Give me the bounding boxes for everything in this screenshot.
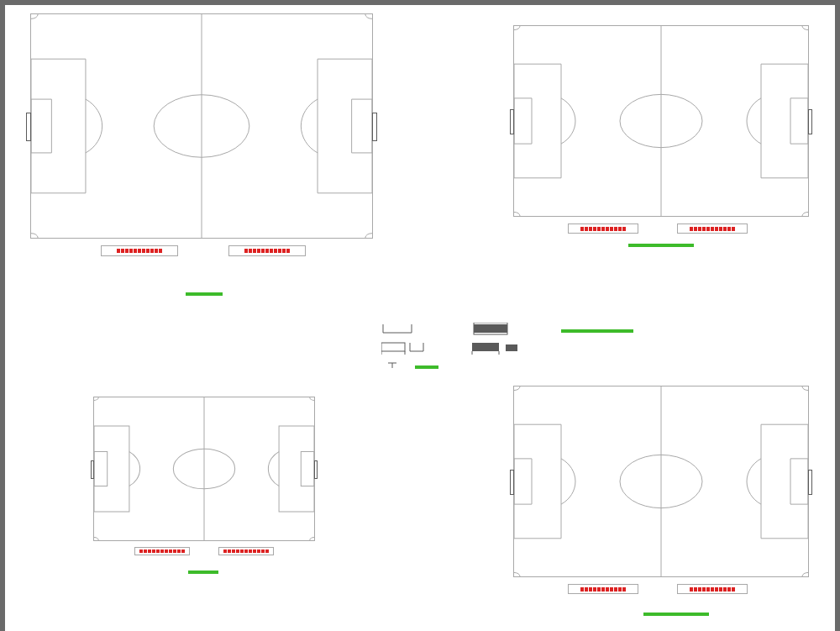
seat-icon bbox=[618, 227, 622, 231]
seat-icon bbox=[698, 227, 701, 231]
seat-icon bbox=[727, 227, 731, 231]
svg-rect-32 bbox=[506, 344, 517, 351]
seat-icon bbox=[228, 549, 231, 553]
seat-icon bbox=[601, 227, 605, 231]
seat-icon bbox=[152, 549, 155, 553]
seat-icon bbox=[597, 587, 601, 592]
seat-icon bbox=[610, 587, 613, 592]
bench-pair bbox=[568, 223, 748, 234]
team-bench bbox=[134, 547, 190, 555]
bench-pair bbox=[101, 245, 306, 256]
seat-icon bbox=[593, 587, 596, 592]
seat-icon bbox=[732, 227, 735, 231]
goal-right bbox=[372, 113, 377, 141]
svg-rect-16 bbox=[279, 426, 314, 512]
seat-icon bbox=[223, 549, 227, 553]
seat-icon bbox=[694, 587, 697, 592]
seat-icon bbox=[727, 587, 731, 592]
seat-icon bbox=[244, 249, 248, 253]
seat-icon bbox=[134, 249, 137, 253]
seat-icon bbox=[622, 227, 626, 231]
seat-icon bbox=[606, 587, 609, 592]
seat-icon bbox=[150, 249, 154, 253]
seat-icon bbox=[580, 227, 584, 231]
seat-icon bbox=[121, 249, 124, 253]
team-bench bbox=[677, 584, 748, 594]
seat-icon bbox=[146, 249, 150, 253]
seat-icon bbox=[614, 227, 617, 231]
svg-rect-20 bbox=[514, 424, 561, 539]
seat-icon bbox=[606, 227, 609, 231]
seat-icon bbox=[142, 249, 145, 253]
team-bench bbox=[677, 223, 748, 234]
svg-rect-11 bbox=[790, 98, 808, 144]
svg-rect-23 bbox=[790, 459, 808, 504]
seat-icon bbox=[698, 587, 701, 592]
svg-rect-15 bbox=[94, 452, 108, 486]
field-large-top-left bbox=[30, 13, 373, 239]
seat-icon bbox=[618, 587, 622, 592]
team-bench bbox=[101, 245, 178, 256]
seat-icon bbox=[723, 227, 727, 231]
seat-icon bbox=[593, 227, 596, 231]
seat-icon bbox=[244, 549, 248, 553]
seat-icon bbox=[690, 587, 693, 592]
svg-rect-5 bbox=[352, 99, 372, 153]
scale-bar bbox=[628, 244, 694, 247]
seat-icon bbox=[282, 249, 286, 253]
seat-icon bbox=[270, 249, 273, 253]
bench-pair bbox=[134, 547, 274, 555]
svg-rect-17 bbox=[301, 452, 314, 486]
svg-rect-21 bbox=[514, 459, 532, 504]
seat-icon bbox=[702, 227, 706, 231]
svg-rect-22 bbox=[761, 424, 808, 539]
seat-icon bbox=[601, 587, 605, 592]
seat-icon bbox=[614, 587, 617, 592]
svg-rect-10 bbox=[761, 64, 808, 178]
team-bench bbox=[568, 223, 638, 234]
seat-icon bbox=[148, 549, 151, 553]
seat-icon bbox=[249, 549, 252, 553]
svg-rect-9 bbox=[514, 98, 532, 144]
seat-icon bbox=[165, 549, 168, 553]
seat-icon bbox=[719, 227, 722, 231]
seat-icon bbox=[706, 227, 710, 231]
team-bench bbox=[218, 547, 274, 555]
seat-icon bbox=[589, 227, 592, 231]
svg-rect-2 bbox=[31, 59, 86, 193]
seat-icon bbox=[702, 587, 706, 592]
seat-icon bbox=[253, 249, 256, 253]
seat-icon bbox=[732, 587, 735, 592]
seat-icon bbox=[257, 249, 260, 253]
goal-right bbox=[808, 109, 812, 134]
seat-icon bbox=[706, 587, 710, 592]
seat-icon bbox=[265, 249, 269, 253]
seat-icon bbox=[159, 249, 162, 253]
goal-right bbox=[314, 460, 318, 479]
drawing-canvas[interactable] bbox=[5, 5, 835, 631]
seat-icon bbox=[139, 549, 143, 553]
scale-bar bbox=[188, 571, 218, 574]
seat-icon bbox=[274, 249, 277, 253]
seat-icon bbox=[286, 249, 290, 253]
seat-icon bbox=[144, 549, 147, 553]
seat-icon bbox=[589, 587, 592, 592]
seat-icon bbox=[597, 227, 601, 231]
svg-rect-4 bbox=[318, 59, 372, 193]
seat-icon bbox=[585, 227, 588, 231]
seat-icon bbox=[723, 587, 727, 592]
svg-rect-14 bbox=[94, 426, 129, 512]
field-bottom-left bbox=[93, 397, 315, 541]
seat-icon bbox=[622, 587, 626, 592]
seat-icon bbox=[278, 249, 281, 253]
seat-icon bbox=[580, 587, 584, 592]
center-details-group bbox=[381, 323, 533, 373]
seat-icon bbox=[715, 587, 718, 592]
seat-icon bbox=[129, 249, 133, 253]
seat-icon bbox=[160, 549, 164, 553]
seat-icon bbox=[253, 549, 256, 553]
seat-icon bbox=[117, 249, 120, 253]
seat-icon bbox=[719, 587, 722, 592]
field-top-right bbox=[513, 25, 809, 217]
seat-icon bbox=[177, 549, 181, 553]
